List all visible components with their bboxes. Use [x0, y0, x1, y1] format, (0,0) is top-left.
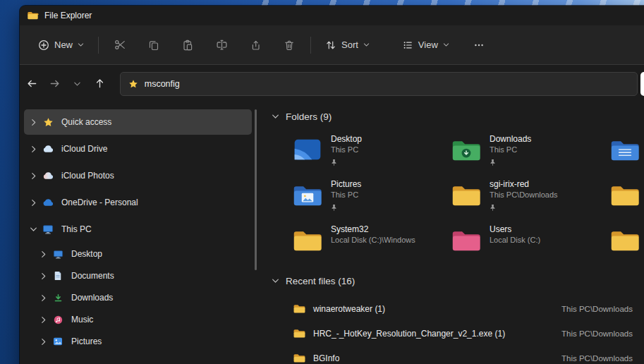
folder-name: Downloads: [490, 133, 531, 145]
sidebar-item-label: Quick access: [61, 117, 111, 127]
sort-button-label: Sort: [341, 40, 358, 50]
rename-icon: [216, 39, 228, 51]
recent-files-section-header[interactable]: Recent files (16): [261, 272, 644, 289]
sidebar-item-desktop[interactable]: Desktop: [24, 243, 252, 265]
share-button[interactable]: [241, 32, 269, 58]
new-item-icon: [38, 40, 49, 51]
folder-tile-system32[interactable]: System32 Local Disk (C:)\Windows: [292, 223, 451, 268]
copy-icon: [148, 40, 159, 51]
chevron-down-icon[interactable]: [25, 226, 41, 232]
folders-section-header[interactable]: Folders (9): [261, 108, 644, 125]
up-button[interactable]: [90, 73, 110, 95]
recent-file-row[interactable]: BGInfo This PC\Downloads: [261, 346, 633, 364]
folder-tile-sgi-irix-red[interactable]: sgi-irix-red This PC\Downloads: [451, 178, 609, 223]
chevron-right-icon[interactable]: [35, 316, 51, 324]
recent-file-row[interactable]: HRC_-_HotKey_Resolution_Changer_v2_1.exe…: [261, 321, 633, 346]
folder-tile-pictures[interactable]: Pictures This PC: [292, 178, 451, 223]
chevron-right-icon[interactable]: [25, 199, 41, 207]
cut-button[interactable]: [106, 32, 134, 58]
pin-icon: [490, 204, 496, 212]
sort-icon: [325, 40, 336, 51]
toolbar-divider: [98, 37, 99, 54]
sidebar-item-icloud-drive[interactable]: iCloud Drive: [24, 136, 252, 162]
forward-arrow-icon: [49, 78, 61, 90]
chevron-down-icon[interactable]: [272, 114, 279, 119]
sidebar-item-pictures[interactable]: Pictures: [24, 331, 252, 352]
folder-tile-downloads[interactable]: Downloads This PC: [451, 133, 609, 178]
file-explorer-window: File Explorer New: [20, 6, 644, 364]
folders-section-title: Folders (9): [286, 111, 332, 122]
sidebar-item-icloud-photos[interactable]: iCloud Photos: [24, 163, 252, 188]
new-button[interactable]: New: [31, 34, 91, 56]
sidebar-item-label: Desktop: [71, 249, 102, 259]
chevron-right-icon[interactable]: [25, 119, 41, 126]
sidebar-scrollbar[interactable]: [255, 109, 257, 270]
paste-button[interactable]: [174, 32, 202, 58]
recent-files-section-title: Recent files (16): [286, 276, 355, 286]
chevron-down-icon: [363, 42, 370, 47]
cut-icon: [114, 39, 126, 51]
yellow-folder-icon: [609, 183, 640, 207]
sidebar-item-label: iCloud Drive: [61, 144, 107, 154]
recent-file-location: This PC\Downloads: [561, 329, 633, 338]
back-button[interactable]: [23, 73, 42, 95]
folder-tile-cutoff-1[interactable]: [609, 133, 644, 178]
recent-locations-button[interactable]: [68, 73, 87, 95]
folder-tile-cutoff-2[interactable]: [609, 178, 644, 223]
chevron-down-icon: [443, 42, 449, 47]
sidebar-item-this-pc[interactable]: This PC: [24, 217, 252, 242]
navigation-pane: Quick access iCloud Drive: [20, 102, 256, 364]
view-button[interactable]: View: [395, 34, 456, 56]
more-options-button[interactable]: [465, 32, 493, 58]
yellow-folder-icon: [451, 183, 482, 207]
folder-tile-desktop[interactable]: Desktop This PC: [292, 133, 451, 178]
sidebar-item-downloads[interactable]: Downloads: [24, 287, 252, 308]
sidebar-item-label: This PC: [61, 224, 92, 234]
window-body: Quick access iCloud Drive: [20, 102, 644, 364]
sidebar-item-label: Downloads: [71, 293, 113, 303]
chevron-down-icon[interactable]: [272, 278, 279, 284]
recent-file-name: winaerotweaker (1): [313, 304, 385, 314]
paste-icon: [182, 40, 193, 51]
sidebar-item-label: OneDrive - Personal: [61, 198, 138, 207]
folder-location: This PC: [331, 145, 362, 155]
chevron-right-icon[interactable]: [35, 338, 51, 346]
folder-location: Local Disk (C:)\Windows: [331, 235, 415, 245]
folder-name: Desktop: [331, 133, 362, 145]
copy-button[interactable]: [140, 32, 168, 58]
folder-tile-cutoff-3[interactable]: [609, 223, 644, 268]
rename-button[interactable]: [207, 32, 236, 58]
onedrive-cloud-icon: [41, 198, 55, 207]
sidebar-item-documents[interactable]: Documents: [24, 265, 252, 286]
more-options-icon: [473, 40, 485, 51]
forward-button[interactable]: [45, 73, 65, 95]
chevron-right-icon[interactable]: [35, 272, 51, 280]
recent-file-name: BGInfo: [313, 353, 339, 363]
chevron-right-icon[interactable]: [25, 145, 41, 153]
chevron-right-icon[interactable]: [35, 294, 51, 302]
command-bar: New: [20, 25, 644, 65]
delete-icon: [284, 40, 295, 51]
sidebar-item-label: Pictures: [71, 336, 102, 346]
toolbar-divider: [310, 37, 311, 54]
sidebar-item-label: Documents: [71, 271, 114, 281]
chevron-right-icon[interactable]: [25, 172, 41, 180]
pictures-folder-icon: [292, 183, 323, 207]
chevron-down-icon: [73, 81, 81, 87]
recent-file-location: This PC\Downloads: [561, 305, 633, 313]
folder-tile-users[interactable]: Users Local Disk (C:): [451, 223, 609, 268]
sidebar-item-onedrive[interactable]: OneDrive - Personal: [24, 190, 252, 215]
title-bar[interactable]: File Explorer: [20, 6, 644, 25]
sort-button[interactable]: Sort: [318, 34, 377, 56]
chevron-right-icon[interactable]: [35, 250, 51, 258]
window-title: File Explorer: [44, 11, 92, 20]
delete-button[interactable]: [275, 32, 303, 58]
download-arrow-icon: [51, 293, 65, 303]
folder-name: Users: [490, 224, 540, 235]
pink-folder-icon: [451, 228, 482, 253]
sidebar-item-music[interactable]: Music: [24, 309, 252, 330]
sidebar-item-quick-access[interactable]: Quick access: [24, 109, 252, 135]
recent-file-row[interactable]: winaerotweaker (1) This PC\Downloads: [261, 296, 633, 321]
search-box[interactable]: [640, 72, 644, 96]
address-bar[interactable]: msconfig: [120, 72, 638, 96]
